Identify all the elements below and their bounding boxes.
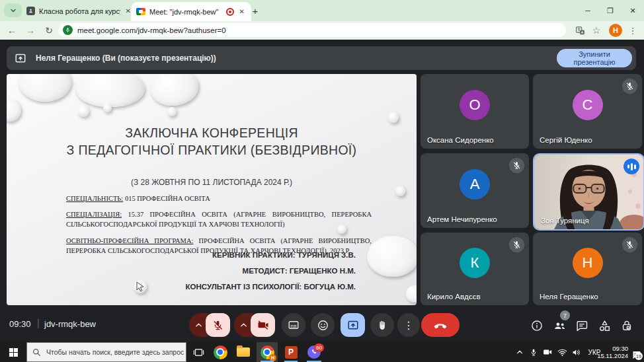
droplet-decoration — [103, 104, 112, 112]
chrome-icon — [214, 345, 227, 359]
mic-off-icon — [622, 79, 637, 94]
people-panel-button[interactable] — [551, 318, 567, 334]
tray-expand-button[interactable] — [513, 342, 526, 362]
call-end-icon — [433, 318, 448, 332]
slide-date-line: (З 28 ЖОВТНЯ ПО 11 ЛИСТОПАДА 2024 Р.) — [7, 178, 417, 187]
droplet-decoration — [19, 74, 71, 102]
present-icon — [15, 52, 26, 64]
captions-icon — [288, 319, 300, 331]
more-options-button[interactable]: ⋮ — [397, 313, 420, 337]
notification-badge: 19 — [635, 352, 643, 360]
address-bar[interactable]: meet.google.com/jdv-rmqk-bew?authuser=0 — [58, 23, 566, 37]
host-controls-button[interactable] — [619, 318, 635, 334]
mic-off-icon — [622, 237, 637, 252]
slide-title: ЗАКЛЮЧНА КОНФЕРЕНЦІЯ З ПЕДАГОГІЧНОЇ ПРАК… — [7, 124, 417, 159]
taskbar-explorer-button[interactable] — [232, 342, 255, 362]
mic-icon — [530, 348, 538, 357]
participant-tile[interactable]: О Оксана Сидоренко — [421, 74, 529, 149]
present-screen-button[interactable] — [341, 313, 365, 337]
bookmark-button[interactable]: ☆ — [588, 21, 604, 40]
participant-tile[interactable]: А Артем Нечипуренко — [421, 153, 529, 228]
back-button[interactable]: ← — [4, 21, 20, 40]
mic-options-button[interactable] — [189, 313, 208, 337]
raise-hand-button[interactable] — [370, 313, 394, 337]
viber-badge: 60 — [314, 344, 324, 352]
recording-indicator-icon — [226, 8, 234, 16]
participant-tile-video[interactable]: Зоя Туряниця — [533, 153, 644, 231]
camera-toggle-button[interactable] — [251, 313, 275, 337]
camera-options-button[interactable] — [234, 313, 253, 337]
restore-button[interactable]: ❐ — [599, 0, 622, 21]
droplet-decoration — [395, 186, 405, 196]
meet-control-bar: 09:30 | jdv-rmqk-bew — [0, 309, 644, 342]
close-tab-icon[interactable]: ✕ — [238, 8, 246, 15]
taskbar-powerpoint-button[interactable]: P — [280, 342, 302, 362]
task-view-icon — [193, 347, 204, 358]
tab-classroom[interactable]: Класна робота для курсу "31 Т ✕ — [22, 3, 136, 19]
participant-tile[interactable]: С Сергій Юденко — [533, 74, 642, 149]
droplet-decoration — [388, 112, 399, 123]
taskbar-search-input[interactable]: Чтобы начать поиск, введите здесь запрос — [26, 342, 186, 362]
meet-main: Неля Геращенко (Ви (показуєте презентаці… — [0, 40, 644, 342]
droplet-decoration — [7, 99, 21, 122]
participant-name: Оксана Сидоренко — [427, 136, 494, 144]
presenting-banner: Неля Геращенко (Ви (показуєте презентаці… — [7, 46, 636, 70]
reactions-button[interactable] — [311, 313, 335, 337]
three-dot-icon: ⋮ — [403, 319, 414, 332]
participant-avatar: С — [573, 90, 603, 120]
url-text: meet.google.com/jdv-rmqk-bew?authuser=0 — [77, 26, 226, 34]
participant-tile[interactable]: К Кирило Авдєєв — [421, 233, 529, 305]
site-mic-in-use-icon[interactable] — [63, 25, 73, 35]
new-tab-button[interactable]: + — [247, 3, 263, 18]
mic-off-icon — [509, 237, 524, 252]
taskbar-chrome-button[interactable] — [209, 342, 231, 362]
captions-button[interactable] — [282, 313, 305, 337]
hand-icon — [377, 320, 388, 331]
search-icon — [32, 348, 41, 357]
taskbar-viber-button[interactable]: 60 — [303, 342, 325, 362]
start-button[interactable] — [0, 342, 26, 362]
tab-meet[interactable]: Meet: "jdv-rmqk-bew" ✕ — [131, 2, 251, 21]
search-placeholder: Чтобы начать поиск, введите здесь запрос — [46, 348, 184, 356]
droplet-decoration — [75, 74, 145, 107]
tray-wifi-button[interactable] — [555, 342, 569, 362]
leave-call-button[interactable] — [421, 313, 460, 337]
translate-icon — [575, 26, 585, 36]
tab-title: Класна робота для курсу "31 Т — [39, 7, 120, 15]
people-icon — [553, 319, 567, 333]
participant-tile[interactable]: Н Неля Геращенко — [533, 233, 642, 305]
action-center-button[interactable]: 19 — [627, 342, 644, 362]
profile-avatar[interactable]: H — [607, 21, 624, 40]
presenter-label: Неля Геращенко (Ви (показуєте презентаці… — [36, 54, 216, 63]
tray-clock[interactable]: 09:30 15.11.2024 — [599, 342, 628, 362]
stop-presentation-button[interactable]: Зупинити презентацію — [557, 49, 632, 67]
reload-button[interactable]: ↻ — [41, 21, 57, 40]
browser-menu-button[interactable]: ⋮ — [625, 21, 640, 40]
activities-icon — [598, 319, 612, 333]
mic-toggle-button[interactable] — [206, 313, 230, 337]
divider: | — [37, 318, 40, 328]
forward-button[interactable]: → — [22, 21, 38, 40]
browser-tab-bar: Класна робота для курсу "31 Т ✕ Meet: "j… — [0, 0, 644, 21]
tray-volume-button[interactable] — [569, 342, 584, 362]
tab-search-chevron[interactable] — [4, 3, 22, 17]
speaking-indicator-icon — [624, 159, 639, 174]
tray-camera-indicator[interactable] — [541, 342, 554, 362]
tray-time: 09:30 — [612, 345, 628, 352]
chat-panel-button[interactable] — [574, 318, 590, 334]
minimize-button[interactable]: ─ — [577, 0, 599, 21]
close-button[interactable]: ✕ — [622, 0, 644, 21]
translate-button[interactable] — [571, 21, 588, 40]
meeting-details-button[interactable] — [529, 318, 545, 334]
classroom-favicon-icon — [26, 7, 35, 15]
chevron-up-icon — [516, 349, 523, 355]
tab-title: Meet: "jdv-rmqk-bew" — [149, 8, 222, 16]
tray-mic-indicator[interactable] — [527, 342, 540, 362]
task-view-button[interactable] — [188, 342, 209, 362]
windows-logo-icon — [9, 348, 18, 357]
activities-button[interactable] — [596, 318, 612, 334]
mic-control-group — [189, 313, 230, 337]
viber-icon: 60 — [307, 345, 321, 359]
chevron-down-icon — [10, 8, 17, 13]
taskbar-chrome-meet-button[interactable]: H — [257, 342, 278, 362]
